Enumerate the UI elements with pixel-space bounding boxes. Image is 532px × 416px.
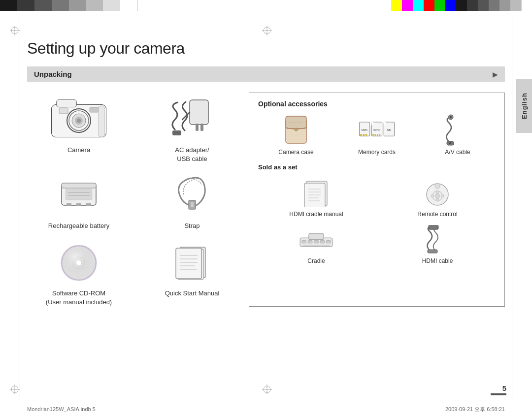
reg-mark-top-left <box>9 25 21 36</box>
svg-text:MMC: MMC <box>362 128 368 131</box>
remote-control-icon <box>418 176 457 208</box>
section-header: Unpacking ▶ <box>27 66 505 82</box>
item-quickstart: Quick Start Manual <box>140 236 244 307</box>
svg-marker-94 <box>429 225 438 229</box>
bottom-right-text: 2009-09-21 오후 6:58:21 <box>445 406 505 413</box>
svg-point-79 <box>435 184 440 189</box>
reg-mark-bottom-left <box>9 384 21 395</box>
optional-item-av-cable: A/V cable <box>420 114 496 156</box>
top-color-bar <box>0 0 532 11</box>
cdrom-icon <box>47 236 111 285</box>
optional-accessories-box: Optional accessories <box>249 93 505 307</box>
svg-point-67 <box>450 116 452 118</box>
camera-case-icon <box>276 114 316 146</box>
svg-rect-63 <box>379 134 380 136</box>
svg-rect-86 <box>309 233 324 239</box>
hdmi-cable-label: HDMI cable <box>422 257 453 264</box>
page-border-bottom <box>20 401 512 401</box>
svg-rect-31 <box>66 203 71 206</box>
remote-control-label: Remote control <box>417 211 457 218</box>
svg-rect-38 <box>191 202 194 207</box>
bottom-left-text: Mondrian125W_ASIA.indb 5 <box>27 406 96 412</box>
camera-icon <box>47 93 111 142</box>
page-number-bar <box>491 393 506 395</box>
svg-rect-91 <box>326 240 331 243</box>
svg-rect-23 <box>99 106 104 137</box>
optional-item-hdmi-cradle: HDMI cradle manual <box>258 176 374 218</box>
optional-accessories-grid: Camera case MMC <box>258 114 496 156</box>
hdmi-cradle-icon <box>297 176 336 208</box>
item-ac-adapter: AC adapter/USB cable <box>140 93 244 163</box>
svg-rect-46 <box>176 248 201 279</box>
svg-rect-15 <box>57 100 76 107</box>
svg-point-82 <box>431 194 434 197</box>
svg-point-41 <box>76 260 82 266</box>
svg-rect-57 <box>366 134 367 136</box>
svg-rect-22 <box>90 107 99 112</box>
reg-mark-top-center <box>261 25 273 36</box>
svg-rect-33 <box>86 203 91 206</box>
top-swatches-right <box>391 0 532 11</box>
page-number-area: 5 <box>491 384 506 395</box>
strap-icon <box>160 168 224 218</box>
bottom-bar: Mondrian125W_ASIA.indb 5 2009-09-21 오후 6… <box>0 402 532 416</box>
cdrom-label: Software CD-ROM(User manual included) <box>46 289 112 307</box>
sold-as-set-title: Sold as a set <box>258 163 496 171</box>
strap-label: Strap <box>184 222 200 230</box>
svg-rect-21 <box>59 108 68 114</box>
svg-point-20 <box>77 119 81 123</box>
quickstart-label: Quick Start Manual <box>165 289 220 298</box>
cradle-label: Cradle <box>307 257 325 264</box>
item-cdrom: Software CD-ROM(User manual included) <box>27 236 131 307</box>
top-bar-center <box>138 0 391 11</box>
av-cable-label: A/V cable <box>445 149 470 156</box>
optional-accessories-title: Optional accessories <box>258 100 496 108</box>
main-content: Setting up your camera Unpacking ▶ <box>27 39 505 386</box>
camera-case-label: Camera case <box>278 149 313 156</box>
svg-rect-32 <box>76 203 81 206</box>
items-area: Camera <box>27 93 505 307</box>
section-header-title: Unpacking <box>34 70 72 78</box>
svg-rect-30 <box>62 183 96 188</box>
page-number: 5 <box>491 384 506 392</box>
left-items-grid: Camera <box>27 93 244 307</box>
sold-as-set-grid: HDMI cradle manual <box>258 176 496 264</box>
svg-point-84 <box>435 193 440 198</box>
svg-rect-95 <box>428 250 437 253</box>
hdmi-cradle-label: HDMI cradle manual <box>289 211 343 218</box>
top-swatches-left <box>0 0 138 11</box>
page-border-right <box>512 15 512 401</box>
page-border-top <box>20 15 512 15</box>
memory-cards-icon: MMC SDHC <box>357 114 397 146</box>
svg-rect-24 <box>190 100 208 125</box>
svg-rect-25 <box>196 124 199 131</box>
svg-rect-90 <box>320 240 325 243</box>
svg-text:SDHC: SDHC <box>373 129 380 131</box>
optional-item-memory-cards: MMC SDHC <box>339 114 415 156</box>
ac-adapter-icon <box>160 93 224 142</box>
svg-rect-55 <box>360 134 362 136</box>
page-border-left <box>20 15 20 401</box>
optional-item-camera-case: Camera case <box>258 114 334 156</box>
ac-adapter-label: AC adapter/USB cable <box>175 146 209 163</box>
svg-rect-62 <box>377 134 378 136</box>
optional-item-remote-control: Remote control <box>379 176 496 218</box>
page-title: Setting up your camera <box>27 39 505 58</box>
svg-point-80 <box>436 191 439 193</box>
battery-label: Rechargeable battery <box>48 222 109 230</box>
item-battery: Rechargeable battery <box>27 168 131 230</box>
optional-item-hdmi-cable: HDMI cable <box>379 223 496 264</box>
hdmi-cable-icon <box>418 223 457 255</box>
svg-rect-87 <box>302 240 306 243</box>
memory-cards-label: Memory cards <box>358 149 396 156</box>
svg-rect-89 <box>314 240 319 243</box>
item-strap: Strap <box>140 168 244 230</box>
svg-rect-26 <box>200 124 203 131</box>
svg-rect-60 <box>372 134 374 136</box>
cradle-icon <box>297 223 336 255</box>
svg-point-69 <box>449 142 451 144</box>
svg-rect-61 <box>375 134 376 136</box>
section-header-arrow: ▶ <box>493 70 498 78</box>
english-tab: English <box>516 79 532 133</box>
svg-rect-88 <box>308 240 312 243</box>
